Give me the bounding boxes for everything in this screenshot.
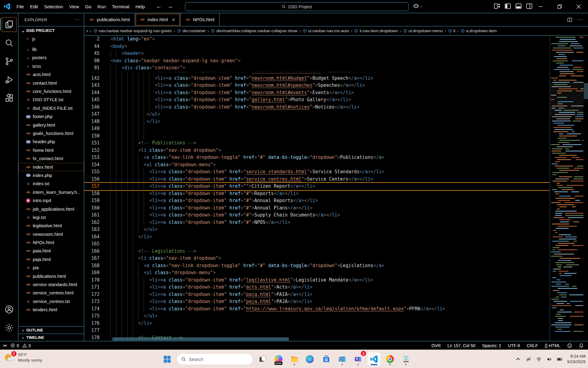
tray-chevron-icon[interactable]	[515, 356, 521, 362]
code-line-160[interactable]: 160<li><a class="dropdown-item" href="#"…	[84, 205, 549, 212]
taskbar-search[interactable]: Search	[176, 353, 253, 365]
code-line-159[interactable]: 159<li><a class="dropdown-item" href="#"…	[84, 197, 549, 205]
forward-arrow-icon[interactable]: →	[167, 3, 173, 10]
menu-view[interactable]: View	[66, 2, 82, 11]
menu-run[interactable]: Run	[94, 2, 109, 11]
code-line-2[interactable]: 2<html lang="en">	[84, 36, 549, 43]
vscode-taskbar-button[interactable]	[368, 352, 380, 366]
task-view-button[interactable]	[256, 352, 269, 366]
code-line-149[interactable]: 149	[84, 125, 549, 132]
copilot-button[interactable]: ⌄	[413, 3, 423, 9]
code-line-147[interactable]: 147</ul>	[84, 111, 549, 118]
code-line-176[interactable]: 176</li>	[84, 320, 549, 327]
start-button[interactable]	[160, 352, 173, 366]
code-line-150[interactable]: 150	[84, 132, 549, 140]
restore-button[interactable]	[550, 0, 569, 13]
file-item-paia.html[interactable]: <>paia.html	[18, 247, 84, 255]
code-line-166[interactable]: 166<!-- Legislations -->	[84, 248, 549, 255]
file-item-scss[interactable]: ›scss	[18, 62, 84, 70]
file-item-paja.html[interactable]: <>paja.html	[18, 255, 84, 263]
file-item-publications.html[interactable]: <>publications.html	[18, 272, 84, 280]
battery-icon[interactable]	[557, 356, 563, 362]
weather-widget[interactable]: 2 55°F Mostly sunny	[4, 352, 42, 363]
project-root[interactable]: ⌄ DSD PROJECT	[18, 26, 84, 35]
file-item-contact.html[interactable]: <>contact.html	[18, 79, 84, 87]
code-line-148[interactable]: 148</li>	[84, 118, 549, 125]
code-line-168[interactable]: 168<a class="nav-link dropdown-toggle" h…	[84, 262, 549, 270]
menu-edit[interactable]: Edit	[27, 2, 41, 11]
explorer-actions-button[interactable]: ···	[74, 17, 80, 22]
minimap[interactable]	[550, 36, 583, 341]
activitybar-run-debug[interactable]	[2, 73, 16, 87]
wifi-icon[interactable]	[536, 356, 542, 362]
activitybar-source-control[interactable]	[2, 54, 16, 68]
breadcrumb-item[interactable]: ul.navbar-nav.mx-auto	[303, 29, 349, 33]
tab-NPOs.html[interactable]: <>NPOs.html	[180, 13, 220, 26]
toggle-sidebar-icon[interactable]	[504, 3, 511, 10]
microsoft-store-button[interactable]	[320, 352, 333, 366]
onedrive-off-icon[interactable]	[526, 356, 531, 362]
close-tab-icon[interactable]: ✕	[172, 17, 175, 22]
code-line-144[interactable]: 144<li><a class="dropdown-item" href="ne…	[84, 89, 549, 97]
code-line-158[interactable]: 158<li><a class="dropdown-item" href="#"…	[84, 190, 549, 197]
breadcrumb-item[interactable]: li.nav-item.dropdown	[354, 29, 398, 33]
file-item-hr_contact.html[interactable]: <>hr_contact.html	[18, 154, 84, 163]
code-line-151[interactable]: 151<!-- Publications -->	[84, 140, 549, 147]
feedback-icon[interactable]	[567, 343, 572, 348]
file-item-job_applications.html[interactable]: <>job_applications.html	[18, 205, 84, 213]
breadcrumb-item[interactable]: nav.navbar.navbar-expand-lg.nav-green	[93, 29, 172, 33]
breadcrumb-item[interactable]: a.dropdown-item	[461, 29, 497, 33]
file-item-index.txt[interactable]: ≡index.txt	[18, 180, 84, 188]
split-editor-icon[interactable]	[567, 17, 572, 22]
minimize-button[interactable]	[531, 0, 550, 13]
code-line-177[interactable]: 177	[84, 327, 549, 334]
file-item-header.php[interactable]: header.php	[18, 138, 84, 146]
horizontal-scrollbar[interactable]	[112, 337, 289, 341]
file-item-dsd_INDEX FILE.txt[interactable]: ≡dsd_INDEX FILE.txt	[18, 104, 84, 112]
code-line-152[interactable]: 152<li class="nav-item dropdown">	[84, 147, 549, 154]
code-line-90[interactable]: 90<nav class="navbar navbar-expand-lg na…	[84, 57, 549, 65]
file-item-legi.txt[interactable]: ≡legi.txt	[18, 213, 84, 221]
file-item-service standards.html[interactable]: <>service standards.html	[18, 280, 84, 289]
settings-button[interactable]	[2, 321, 16, 335]
file-item-service_centres.html[interactable]: <>service_centres.html	[18, 289, 84, 297]
tab-publications.html[interactable]: <>publications.html	[84, 13, 135, 26]
code-line-167[interactable]: 167<li class="nav-item dropdown">	[84, 255, 549, 262]
code-line-161[interactable]: 161<li><a class="dropdown-item" href="#"…	[84, 212, 549, 219]
activitybar-extensions[interactable]	[2, 91, 16, 105]
teams-button[interactable]: 2	[352, 352, 364, 366]
file-item-intro.mp4[interactable]: intro.mp4	[18, 196, 84, 205]
code-line-164[interactable]: 164</li>	[84, 233, 549, 241]
file-explorer-button[interactable]	[288, 352, 301, 366]
toggle-panel-icon[interactable]	[515, 3, 522, 10]
file-item-newsroom.html[interactable]: <>newsroom.html	[18, 230, 84, 238]
breadcrumb-item[interactable]: div.container	[177, 29, 206, 33]
code-line-44[interactable]: 44<body>	[84, 43, 549, 50]
file-item-DSD STYLE.txt[interactable]: ≡DSD STYLE.txt	[18, 96, 84, 104]
activitybar-search[interactable]	[2, 36, 16, 50]
code-line-145[interactable]: 145<li><a class="dropdown-item" href="ga…	[84, 96, 549, 104]
file-item-legilastive.html[interactable]: <>legilastive.html	[18, 222, 84, 230]
file-item-posters[interactable]: ›posters	[18, 54, 84, 62]
code-line-170[interactable]: 170<li><a class="dropdown-item" href="le…	[84, 277, 549, 284]
breadcrumb-item[interactable]: ul.dropdown-menu	[403, 29, 443, 33]
code-line-171[interactable]: 171<li><a class="dropdown-item" href="ac…	[84, 284, 549, 291]
clock[interactable]: 9:24 AM 5/15/2025	[567, 354, 586, 364]
code-line-153[interactable]: 153<a class="nav-link dropdown-toggle" h…	[84, 154, 549, 161]
code-line-175[interactable]: 175</ul>	[84, 312, 549, 320]
outlook-button[interactable]	[336, 352, 349, 366]
status-spaces-2[interactable]: Spaces: 2	[482, 343, 501, 348]
chrome-button[interactable]	[383, 352, 396, 366]
close-button[interactable]	[569, 0, 588, 13]
code-line-162[interactable]: 162<li><a class="dropdown-item" href="#"…	[84, 219, 549, 226]
code-line-169[interactable]: 169<ul class="dropdown-menu">	[84, 269, 549, 277]
code-line-157[interactable]: 157<li><a class="dropdown-item" href="">…	[84, 182, 549, 191]
code-line-156[interactable]: 156<li><a class="dropdown-item" href="se…	[84, 176, 549, 183]
vertical-scrollbar[interactable]	[584, 83, 588, 99]
copilot-taskbar-button[interactable]: M365	[272, 352, 285, 366]
code-line-163[interactable]: 163</ul>	[84, 226, 549, 233]
code-line-165[interactable]: 165	[84, 240, 549, 248]
file-item-index.html[interactable]: <>index.html	[18, 163, 84, 171]
code-line-174[interactable]: 174<li><a class="dropdown-item" href="ht…	[84, 305, 549, 313]
status-ovr[interactable]: OVR	[432, 343, 441, 348]
